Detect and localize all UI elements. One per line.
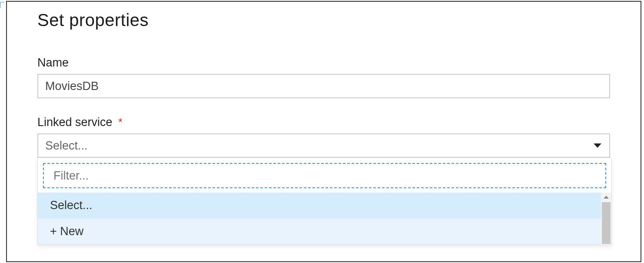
filter-input[interactable] — [43, 163, 606, 188]
linked-service-select[interactable]: Select... — [37, 133, 610, 158]
page-title: Set properties — [37, 10, 610, 30]
name-input[interactable] — [37, 74, 610, 98]
name-label: Name — [37, 56, 69, 70]
scroll-up-icon[interactable] — [601, 193, 611, 201]
required-indicator: * — [118, 116, 123, 129]
options-area: Select... + New — [38, 193, 611, 245]
name-field-group: Name — [37, 56, 610, 98]
scroll-thumb[interactable] — [602, 202, 611, 244]
left-accent-decoration — [0, 2, 4, 8]
option-select-placeholder[interactable]: Select... — [38, 193, 601, 219]
panel-border: Set properties Name Linked service * Sel… — [6, 1, 641, 262]
linked-service-select-wrapper: Select... Select... + New — [37, 133, 610, 158]
filter-wrapper — [38, 162, 611, 193]
linked-service-select-value: Select... — [45, 139, 88, 153]
dropdown-scrollbar[interactable] — [601, 193, 611, 245]
linked-service-label-text: Linked service — [37, 116, 113, 129]
option-new[interactable]: + New — [38, 219, 601, 245]
chevron-down-icon — [594, 143, 601, 148]
linked-service-label: Linked service * — [37, 116, 123, 129]
linked-service-dropdown: Select... + New — [37, 158, 612, 245]
options-list: Select... + New — [38, 193, 601, 245]
linked-service-field-group: Linked service * Select... Select... + N… — [37, 116, 610, 158]
